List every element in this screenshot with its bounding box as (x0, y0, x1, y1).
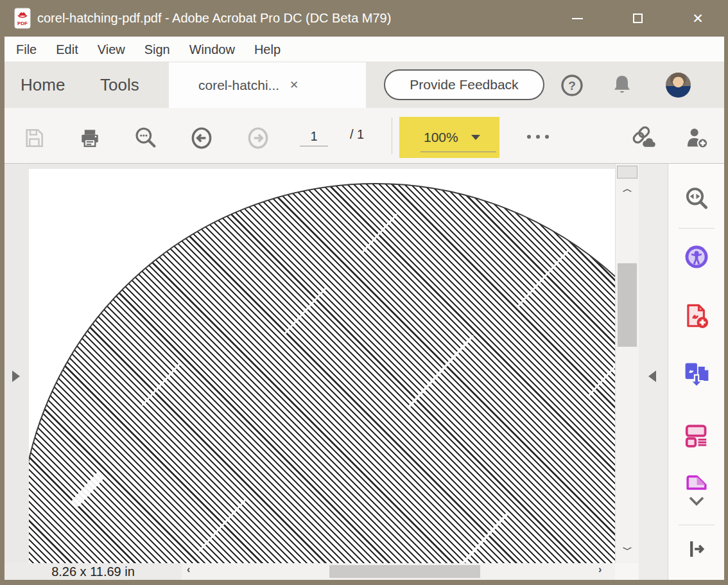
menubar: File Edit View Sign Window Help (4, 37, 724, 62)
back-button[interactable] (188, 125, 215, 152)
tools-sidebar (668, 164, 724, 580)
chevron-down-icon (471, 135, 480, 140)
window-title: corel-hatching-pdf.pdf - Adobe Acrobat P… (37, 0, 391, 37)
page-size-status: 8.26 x 11.69 in (4, 563, 182, 580)
page-total-label: / 1 (350, 127, 364, 142)
maximize-button[interactable] (607, 0, 668, 37)
toolbar: / 1 100% (4, 108, 724, 164)
right-panel-strip (639, 164, 668, 580)
document-tab-close-icon[interactable]: ✕ (290, 78, 299, 92)
marquee-zoom-icon[interactable] (682, 185, 711, 213)
page-number-input[interactable] (300, 127, 328, 146)
more-tools-chevron-icon[interactable] (682, 493, 711, 509)
tab-bar: Home Tools corel-hatchi... ✕ Provide Fee… (4, 62, 724, 108)
scrollbar-corner (615, 563, 639, 580)
window-controls: ✕ (547, 0, 728, 37)
scroll-down-icon[interactable]: ﹀ (616, 544, 639, 556)
menu-file[interactable]: File (6, 37, 46, 62)
fill-sign-icon[interactable] (682, 473, 711, 494)
titlebar: PDF corel-hatching-pdf.pdf - Adobe Acrob… (0, 0, 728, 37)
expand-left-panel-arrow[interactable] (12, 371, 20, 382)
document-viewer: ︿ ﹀ (4, 164, 639, 563)
pdf-page[interactable] (29, 169, 615, 563)
zoom-underline (420, 152, 496, 152)
zoom-level-dropdown[interactable]: 100% (399, 117, 499, 158)
search-zoom-button[interactable] (132, 125, 159, 152)
tab-document[interactable]: corel-hatchi... ✕ (169, 62, 366, 108)
scrollbar-top-box[interactable] (617, 166, 637, 179)
horizontal-scrollbar-thumb[interactable] (329, 565, 480, 578)
document-tab-label: corel-hatchi... (198, 78, 279, 93)
scroll-right-icon[interactable]: › (598, 564, 602, 575)
bottom-bar: 8.26 x 11.69 in ‹ › (4, 563, 639, 580)
tab-tools[interactable]: Tools (98, 62, 142, 108)
open-tools-pane-icon[interactable] (682, 535, 711, 563)
svg-text:?: ? (568, 79, 576, 92)
menu-help[interactable]: Help (245, 37, 290, 62)
vertical-scrollbar-thumb[interactable] (618, 263, 637, 347)
menu-edit[interactable]: Edit (46, 37, 87, 62)
menu-view[interactable]: View (88, 37, 135, 62)
add-person-button[interactable] (683, 125, 710, 152)
forward-button[interactable] (245, 125, 272, 152)
sidebar-divider (679, 525, 715, 525)
acrobat-window: PDF corel-hatching-pdf.pdf - Adobe Acrob… (0, 0, 728, 585)
share-link-button[interactable] (628, 125, 655, 152)
tab-home[interactable]: Home (18, 62, 67, 108)
edit-pdf-icon[interactable] (682, 421, 711, 449)
hatched-circle-graphic (29, 183, 615, 563)
notification-bell-icon[interactable] (611, 73, 634, 98)
save-button[interactable] (21, 125, 48, 152)
close-icon: ✕ (692, 11, 704, 26)
vertical-scrollbar[interactable]: ︿ ﹀ (615, 164, 639, 563)
expand-right-panel-arrow[interactable] (648, 371, 656, 382)
minimize-button[interactable] (547, 0, 607, 37)
left-panel-strip (4, 164, 29, 563)
sidebar-divider (679, 228, 715, 229)
toolbar-divider (392, 118, 392, 154)
scroll-up-icon[interactable]: ︿ (616, 183, 639, 195)
menu-sign[interactable]: Sign (135, 37, 180, 62)
scroll-left-icon[interactable]: ‹ (187, 564, 190, 575)
zoom-level-value: 100% (424, 130, 458, 145)
minimize-icon (572, 18, 583, 19)
export-pdf-icon[interactable] (682, 360, 711, 389)
user-avatar[interactable] (666, 73, 691, 98)
pdf-file-icon: PDF (14, 8, 31, 29)
close-button[interactable]: ✕ (668, 0, 728, 37)
help-question-icon[interactable]: ? (560, 74, 584, 97)
create-pdf-icon[interactable] (682, 302, 711, 330)
svg-text:PDF: PDF (17, 21, 28, 26)
print-button[interactable] (76, 125, 103, 152)
more-options-button[interactable] (527, 135, 549, 139)
menu-window[interactable]: Window (180, 37, 245, 62)
maximize-icon (633, 13, 643, 23)
accessibility-icon[interactable] (682, 243, 711, 271)
provide-feedback-button[interactable]: Provide Feedback (384, 69, 544, 100)
